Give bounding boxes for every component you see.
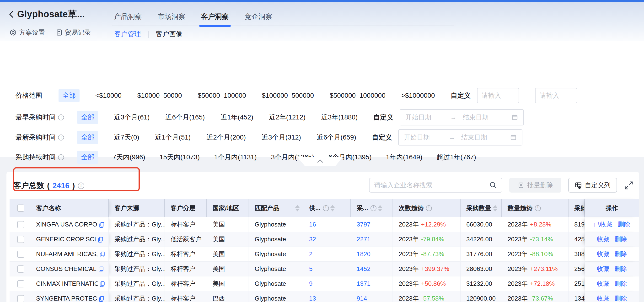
- filter-collapse-tab[interactable]: [298, 157, 343, 166]
- price-max-input[interactable]: [535, 88, 577, 103]
- suppliers-link[interactable]: 32: [309, 236, 316, 243]
- batch-delete-button[interactable]: 批量删除: [509, 178, 561, 192]
- tab-market-insight[interactable]: 市场洞察: [158, 12, 185, 27]
- copy-icon[interactable]: [99, 251, 105, 257]
- row-checkbox[interactable]: [17, 295, 24, 302]
- delete-link[interactable]: 删除: [614, 235, 627, 244]
- plan-settings-button[interactable]: 方案设置: [10, 28, 45, 37]
- search-icon[interactable]: [489, 181, 497, 189]
- delete-link[interactable]: 删除: [614, 280, 627, 288]
- price-min-input[interactable]: [477, 88, 519, 103]
- copy-icon[interactable]: [98, 236, 104, 242]
- tab-customer-insight[interactable]: 客户洞察: [201, 12, 229, 27]
- copy-icon[interactable]: [98, 296, 105, 302]
- customer-name[interactable]: CINMAX INTERNATIO: [36, 280, 98, 288]
- copy-icon[interactable]: [99, 281, 105, 287]
- purchases-link[interactable]: 914: [357, 295, 367, 302]
- suppliers-link[interactable]: 2: [309, 250, 312, 258]
- suppliers-link[interactable]: 5: [309, 265, 312, 272]
- sort-icon[interactable]: [295, 205, 300, 212]
- info-icon[interactable]: [323, 205, 329, 211]
- duration-option[interactable]: 1年内(1649): [386, 153, 422, 162]
- price-option[interactable]: $500000–1000000: [330, 92, 386, 100]
- delete-link[interactable]: 删除: [618, 220, 630, 229]
- earliest-option[interactable]: 近6个月(165): [165, 113, 205, 122]
- price-option[interactable]: $50000–100000: [198, 92, 246, 100]
- latest-option[interactable]: 近1个月(51): [155, 133, 190, 142]
- col-customer-source[interactable]: 客户来源: [109, 199, 165, 217]
- purchases-link[interactable]: 1820: [357, 250, 370, 258]
- favorite-link[interactable]: 收藏: [597, 280, 609, 288]
- favorite-link[interactable]: 收藏: [597, 294, 609, 302]
- latest-option[interactable]: 近6个月(659): [317, 133, 356, 142]
- earliest-option[interactable]: 近1年(452): [220, 113, 253, 122]
- price-option[interactable]: $10000–50000: [137, 92, 182, 100]
- latest-date-range-input[interactable]: 开始日期 → 结束日期: [398, 129, 522, 146]
- col-suppliers[interactable]: 供...: [303, 199, 351, 217]
- back-title-group[interactable]: Glyphosate草...: [8, 8, 85, 20]
- copy-icon[interactable]: [99, 222, 105, 228]
- suppliers-link[interactable]: 9: [309, 280, 312, 288]
- duration-option[interactable]: 超过1年(767): [437, 153, 476, 162]
- price-option-all[interactable]: 全部: [58, 89, 80, 102]
- tab-competitor-insight[interactable]: 竞企洞察: [244, 12, 272, 27]
- row-checkbox[interactable]: [17, 221, 24, 228]
- purchases-link[interactable]: 2271: [357, 236, 370, 243]
- customer-name[interactable]: SYNGENTA PROTEC: [36, 295, 97, 302]
- info-icon[interactable]: [535, 205, 541, 211]
- favorite-link[interactable]: 收藏: [597, 250, 609, 258]
- info-icon[interactable]: [58, 134, 64, 140]
- duration-option[interactable]: 1个月内(1131): [214, 153, 256, 162]
- price-option[interactable]: $100000–500000: [262, 92, 314, 100]
- delete-link[interactable]: 删除: [614, 250, 627, 258]
- duration-option[interactable]: 7天内(996): [112, 153, 145, 162]
- info-icon[interactable]: [78, 182, 84, 189]
- select-all-checkbox[interactable]: [17, 204, 24, 212]
- earliest-date-range-input[interactable]: 开始日期 → 结束日期: [400, 109, 524, 126]
- col-purchase-quantity[interactable]: 采购数量: [460, 199, 502, 217]
- latest-option[interactable]: 近7天(0): [114, 133, 139, 142]
- purchases-link[interactable]: 1452: [357, 265, 370, 272]
- earliest-option[interactable]: 近2年(1212): [269, 113, 306, 122]
- sort-icon[interactable]: [330, 205, 335, 212]
- favorite-link[interactable]: 收藏: [597, 235, 609, 244]
- back-chevron-icon[interactable]: [8, 10, 14, 19]
- customer-name[interactable]: CONSUS CHEMICAL: [36, 265, 96, 272]
- sort-icon[interactable]: [493, 205, 497, 212]
- customer-name[interactable]: GENERIC CROP SCI: [36, 236, 96, 243]
- duration-option[interactable]: 15天内(1073): [160, 153, 200, 162]
- customer-name[interactable]: XINGFA USA CORPO: [36, 221, 97, 228]
- favorite-link[interactable]: 已收藏: [594, 220, 612, 229]
- latest-option[interactable]: 近2个月(200): [206, 133, 246, 142]
- suppliers-link[interactable]: 16: [309, 221, 316, 228]
- tab-product-insight[interactable]: 产品洞察: [114, 12, 142, 27]
- purchases-link[interactable]: 3797: [357, 221, 370, 228]
- row-checkbox[interactable]: [17, 251, 24, 258]
- col-matched-product[interactable]: 匹配产品: [248, 199, 303, 217]
- latest-option[interactable]: 近3个月(312): [262, 133, 301, 142]
- latest-option-all[interactable]: 全部: [77, 131, 98, 144]
- company-search-box[interactable]: [369, 178, 502, 192]
- copy-icon[interactable]: [98, 266, 104, 272]
- customer-name[interactable]: NUFARM AMERICAS,: [36, 250, 98, 258]
- row-checkbox[interactable]: [17, 236, 24, 243]
- info-icon[interactable]: [426, 205, 432, 211]
- col-count-trend[interactable]: 次数趋势: [392, 199, 460, 217]
- trade-records-button[interactable]: 贸易记录: [56, 28, 91, 37]
- price-option[interactable]: <$10000: [95, 92, 122, 100]
- fullscreen-icon[interactable]: [624, 181, 633, 190]
- sort-icon[interactable]: [378, 205, 382, 212]
- custom-columns-button[interactable]: 自定义列: [568, 178, 617, 192]
- earliest-option[interactable]: 近3个月(61): [114, 113, 150, 122]
- price-option[interactable]: >$1000000: [401, 92, 435, 100]
- earliest-option-all[interactable]: 全部: [77, 111, 98, 124]
- favorite-link[interactable]: 收藏: [597, 265, 609, 273]
- duration-option-all[interactable]: 全部: [77, 151, 98, 164]
- delete-link[interactable]: 删除: [614, 265, 627, 273]
- col-purchase-clipped[interactable]: 采购: [568, 199, 585, 217]
- purchases-link[interactable]: 1371: [357, 280, 370, 288]
- col-purchases[interactable]: 采...: [351, 199, 392, 217]
- col-quantity-trend[interactable]: 数量趋势: [502, 199, 568, 217]
- delete-link[interactable]: 删除: [614, 294, 627, 302]
- earliest-option[interactable]: 近3年(1880): [321, 113, 358, 122]
